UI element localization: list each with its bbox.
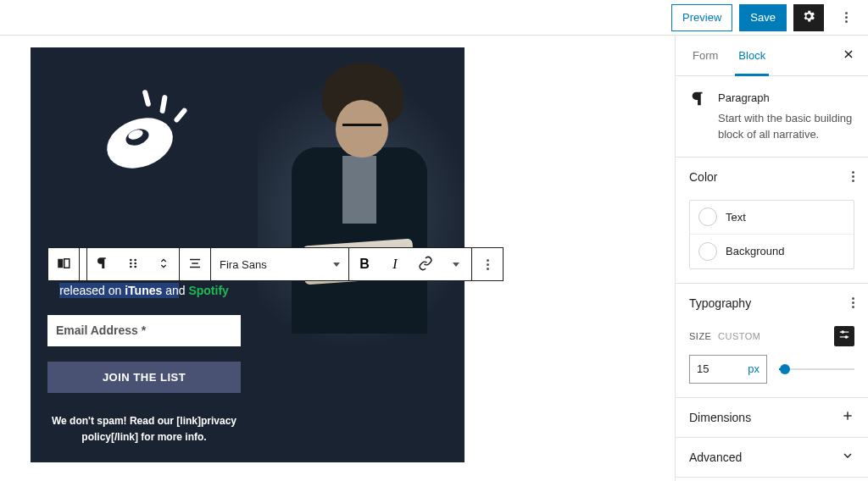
link-icon xyxy=(418,256,433,274)
chevron-down-icon xyxy=(453,263,459,267)
pilcrow-icon xyxy=(689,90,708,143)
email-field[interactable] xyxy=(47,315,241,346)
block-toolbar: Fira Sans B I xyxy=(47,247,504,281)
svg-point-10 xyxy=(130,262,132,264)
settings-button[interactable] xyxy=(793,4,824,31)
more-format-button[interactable] xyxy=(441,248,471,280)
kebab-icon xyxy=(487,259,489,270)
transform-button[interactable] xyxy=(87,248,118,280)
font-size-input[interactable]: 15 px xyxy=(689,355,767,384)
panel-typography-head[interactable]: Typography xyxy=(676,284,868,323)
svg-rect-7 xyxy=(64,258,70,268)
block-title: Paragraph xyxy=(718,90,854,107)
selection-line2a: released on xyxy=(59,284,125,297)
editor-canvas: Be the first to know when our album is r… xyxy=(0,36,675,481)
save-button[interactable]: Save xyxy=(739,4,787,31)
color-background-row[interactable]: Background xyxy=(690,235,854,268)
more-button[interactable] xyxy=(831,4,861,31)
text-swatch xyxy=(698,207,717,226)
move-button[interactable] xyxy=(148,248,179,280)
svg-rect-3 xyxy=(159,95,168,114)
drag-icon xyxy=(126,257,140,273)
form-footer-text: We don't spam! Read our [link]privacy po… xyxy=(52,413,236,445)
kebab-icon xyxy=(845,12,848,23)
sliders-icon xyxy=(838,329,850,343)
editor-topbar: Preview Save xyxy=(0,0,868,36)
pilcrow-icon xyxy=(95,256,110,274)
tab-block[interactable]: Block xyxy=(728,36,776,75)
tab-form[interactable]: Form xyxy=(682,36,728,75)
size-mode: CUSTOM xyxy=(718,331,760,341)
font-select[interactable]: Fira Sans xyxy=(211,248,348,280)
italic-icon: I xyxy=(392,257,397,272)
settings-sidebar: Form Block Paragraph Start with the basi… xyxy=(675,36,868,481)
split-icon xyxy=(56,256,71,274)
sidebar-tabs: Form Block xyxy=(676,36,868,76)
spotify-text: Spotify xyxy=(188,284,228,297)
panel-advanced-title: Advanced xyxy=(689,451,742,464)
kebab-icon xyxy=(852,171,854,182)
block-type-button[interactable] xyxy=(48,248,79,280)
svg-rect-4 xyxy=(173,107,187,123)
panel-color: Color Text Background xyxy=(676,158,868,284)
toolbar-more-button[interactable] xyxy=(472,248,503,280)
svg-point-13 xyxy=(134,265,136,268)
panel-typography: Typography SIZE CUSTOM xyxy=(676,284,868,398)
background-swatch xyxy=(698,242,717,261)
svg-point-21 xyxy=(842,330,845,334)
preview-button[interactable]: Preview xyxy=(671,4,732,31)
italic-button[interactable]: I xyxy=(380,248,410,280)
chevron-down-icon xyxy=(841,449,854,465)
font-value: Fira Sans xyxy=(220,258,267,271)
align-button[interactable] xyxy=(180,248,210,280)
drag-handle[interactable] xyxy=(118,248,148,280)
panel-dimensions-head[interactable]: Dimensions xyxy=(676,398,868,437)
chevron-down-icon xyxy=(333,263,340,267)
close-sidebar-button[interactable] xyxy=(843,48,854,63)
bold-button[interactable]: B xyxy=(349,248,380,280)
font-size-slider[interactable] xyxy=(779,368,854,370)
font-size-value: 15 xyxy=(697,362,709,375)
svg-point-11 xyxy=(134,262,136,264)
plus-icon xyxy=(841,409,854,425)
kebab-icon xyxy=(852,297,854,308)
slider-thumb[interactable] xyxy=(780,364,790,374)
svg-point-22 xyxy=(845,335,849,339)
color-bg-label: Background xyxy=(726,245,784,257)
d-text: d xyxy=(179,284,189,297)
and-text: an xyxy=(162,284,178,297)
panel-color-head[interactable]: Color xyxy=(676,158,868,196)
size-settings-button[interactable] xyxy=(834,326,854,346)
link-button[interactable] xyxy=(410,248,441,280)
size-label: SIZE xyxy=(689,331,711,341)
close-icon xyxy=(843,50,854,63)
move-vert-icon xyxy=(157,257,170,273)
color-text-label: Text xyxy=(726,211,746,224)
color-text-row[interactable]: Text xyxy=(690,201,854,235)
speaker-logo-icon xyxy=(85,71,203,184)
panel-dimensions: Dimensions xyxy=(676,398,868,438)
itunes-text: iTunes xyxy=(125,284,162,297)
block-info: Paragraph Start with the basic building … xyxy=(676,76,868,158)
svg-point-12 xyxy=(130,265,132,268)
align-icon xyxy=(187,256,203,274)
svg-point-8 xyxy=(130,258,132,261)
font-size-unit: px xyxy=(748,362,760,375)
block-desc: Start with the basic building block of a… xyxy=(718,110,854,143)
panel-advanced: Advanced xyxy=(676,438,868,478)
bold-icon: B xyxy=(359,257,370,272)
svg-rect-6 xyxy=(58,258,63,268)
gear-icon xyxy=(801,8,816,26)
panel-advanced-head[interactable]: Advanced xyxy=(676,438,868,477)
svg-rect-5 xyxy=(142,90,152,108)
svg-point-9 xyxy=(134,258,136,261)
panel-color-title: Color xyxy=(689,170,717,184)
join-list-button[interactable]: JOIN THE LIST xyxy=(47,362,241,393)
panel-typography-title: Typography xyxy=(689,296,751,310)
panel-dimensions-title: Dimensions xyxy=(689,411,751,424)
